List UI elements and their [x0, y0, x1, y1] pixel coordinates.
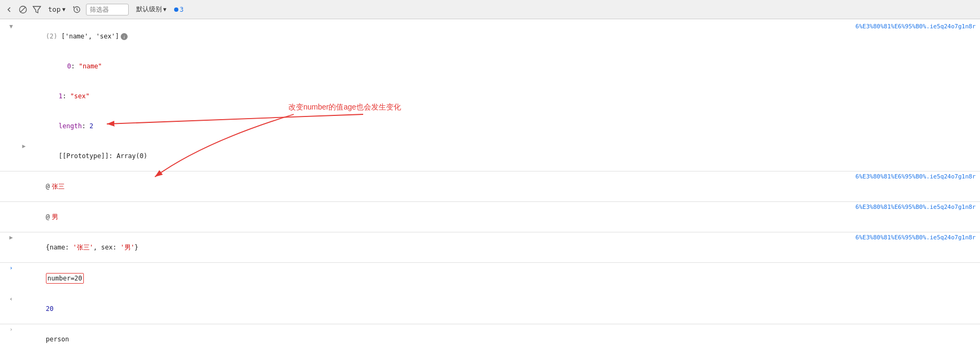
at-nan-line: @男 6%E3%80%81%E6%95%B0%.ie5q24o7g1n8r [0, 202, 980, 232]
zhangsan-url[interactable]: 6%E3%80%81%E6%95%B0%.ie5q24o7g1n8r [856, 172, 980, 182]
array-proto-gutter[interactable]: ▶ [17, 142, 26, 151]
issues-dot [174, 7, 178, 12]
at-nan-content: @男 [15, 202, 856, 231]
array-header-content: (2) ['name', 'sex']i [15, 22, 856, 51]
log-level-label: 默认级别 [136, 5, 162, 14]
filter-icon[interactable] [32, 5, 42, 14]
devtools-window: top ▼ 默认级别 ▼ 3 ▼ (2) [ [0, 0, 980, 351]
array-info-icon[interactable]: i [121, 33, 128, 40]
person-gutter[interactable]: › [4, 325, 13, 334]
obj-header-line: ▶ {name: '张三', sex: '男'} 6%E3%80%81%E6%9… [0, 232, 980, 262]
toolbar: top ▼ 默认级别 ▼ 3 [0, 0, 980, 19]
obj-header-content: {name: '张三', sex: '男'} [15, 233, 856, 262]
log-level-arrow: ▼ [163, 6, 167, 12]
context-selector[interactable]: top ▼ [46, 4, 68, 14]
number-input-line: › number=20 [0, 263, 980, 294]
nan-url[interactable]: 6%E3%80%81%E6%95%B0%.ie5q24o7g1n8r [856, 202, 980, 212]
person-label-line: › person [0, 324, 980, 351]
context-label: top [48, 5, 60, 13]
array-proto-content: [[Prototype]]: Array(0) [28, 142, 980, 170]
svg-line-1 [20, 7, 26, 12]
expand-array-icon[interactable]: ▼ [4, 22, 13, 32]
array-length-content: length: 2 [28, 112, 980, 141]
obj-header-gutter[interactable]: ▶ [4, 233, 13, 243]
issues-count: 3 [180, 6, 184, 13]
array-item-1-content: 1: "sex" [28, 82, 980, 111]
array-header-url[interactable]: 6%E3%80%81%E6%95%B0%.ie5q24o7g1n8r [856, 22, 980, 32]
svg-marker-2 [33, 6, 41, 13]
annotation-text: 改变number的值age也会发生变化 [288, 103, 401, 112]
issues-badge[interactable]: 3 [174, 6, 184, 13]
input-prompt: › [4, 263, 13, 273]
number-output-line: ‹ 20 [0, 294, 980, 324]
at-zhangsan-line: @张三 6%E3%80%81%E6%95%B0%.ie5q24o7g1n8r [0, 171, 980, 201]
filter-input[interactable] [86, 4, 129, 15]
array-header-line: ▼ (2) ['name', 'sex']i 6%E3%80%81%E6%95%… [0, 21, 980, 51]
clear-icon[interactable] [18, 5, 28, 14]
array-item-1: 1: "sex" [0, 81, 980, 111]
array-item-length: length: 2 [0, 111, 980, 141]
history-icon[interactable] [72, 5, 82, 14]
console-output: ▼ (2) ['name', 'sex']i 6%E3%80%81%E6%95%… [0, 19, 980, 351]
array-item-0-content: 0: "name" [36, 52, 980, 81]
context-dropdown-arrow: ▼ [62, 6, 65, 12]
number-input-boxed: number=20 [46, 273, 84, 284]
at-zhangsan-content: @张三 [15, 172, 856, 201]
output-arrow: ‹ [4, 294, 13, 304]
log-level-selector[interactable]: 默认级别 ▼ [133, 4, 170, 15]
array-proto-line: ▶ [[Prototype]]: Array(0) [0, 141, 980, 171]
obj-header-url[interactable]: 6%E3%80%81%E6%95%B0%.ie5q24o7g1n8r [856, 233, 980, 243]
back-arrow-icon[interactable] [4, 5, 14, 14]
number-output-content: 20 [15, 294, 980, 323]
number-input-content: number=20 [15, 263, 980, 293]
person-label-content: person [15, 325, 980, 351]
array-item-0: 0: "name" [9, 51, 980, 81]
